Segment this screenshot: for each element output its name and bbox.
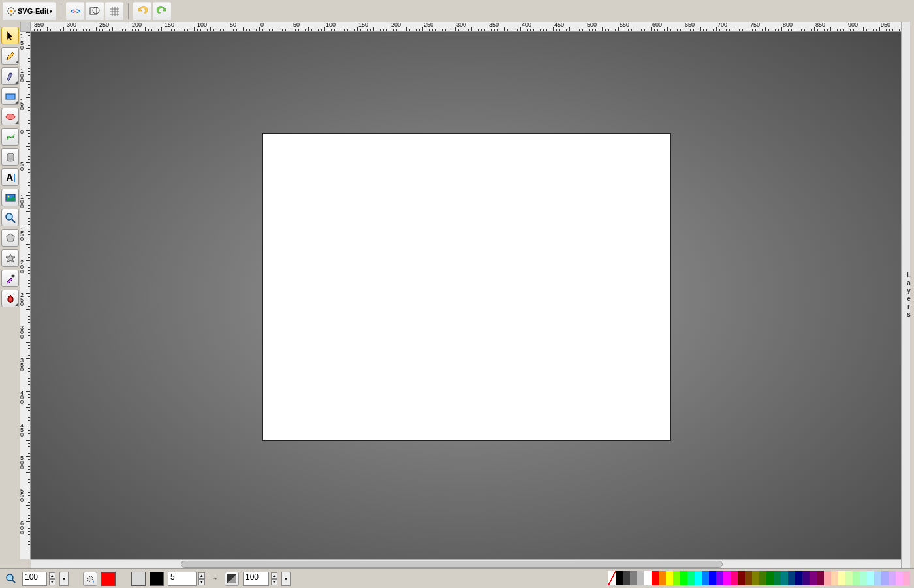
scrollbar-thumb[interactable] — [181, 561, 723, 568]
vertical-ruler[interactable]: -150-100-5005010015020025030035040045050… — [20, 32, 31, 559]
svg-rect-32 — [11, 274, 15, 278]
svg-point-35 — [7, 574, 13, 581]
pencil-tool[interactable] — [1, 47, 19, 65]
palette-swatch[interactable] — [745, 571, 752, 585]
ruler-corner[interactable] — [20, 22, 31, 32]
palette-swatch[interactable] — [673, 571, 680, 585]
stroke-color-swatch[interactable] — [150, 572, 164, 586]
layers-panel-tab[interactable]: L a y e r s — [905, 271, 913, 318]
zoom-tool[interactable] — [1, 209, 19, 226]
zoom-icon-button[interactable] — [4, 572, 18, 586]
palette-swatch[interactable] — [630, 571, 637, 585]
path-tool[interactable] — [1, 128, 19, 146]
rect-tool[interactable] — [1, 87, 19, 105]
palette-swatch[interactable] — [881, 571, 889, 585]
shapelib-tool[interactable] — [1, 290, 19, 307]
spin-down[interactable]: ▾ — [198, 579, 205, 585]
palette-swatch[interactable] — [644, 571, 652, 585]
svg-rect-21 — [6, 94, 15, 99]
opacity-spinner[interactable]: ▴▾ — [271, 572, 277, 585]
palette-swatch[interactable] — [831, 571, 838, 585]
horizontal-ruler[interactable]: -350-300-250-200-150-100-500501001502002… — [31, 22, 901, 32]
spin-up[interactable]: ▴ — [271, 572, 277, 579]
palette-swatch[interactable] — [802, 571, 810, 585]
grid-button[interactable] — [105, 2, 123, 20]
pen-tool[interactable] — [1, 67, 19, 85]
palette-swatch[interactable] — [608, 571, 616, 585]
palette-swatch[interactable] — [874, 571, 881, 585]
ellipse-tool[interactable] — [1, 108, 19, 125]
spin-up[interactable]: ▴ — [49, 572, 55, 579]
palette-swatch[interactable] — [716, 571, 723, 585]
ruler-h-label: 150 — [358, 22, 368, 28]
palette-swatch[interactable] — [695, 571, 702, 585]
spin-down[interactable]: ▾ — [271, 579, 277, 585]
fill-color-swatch[interactable] — [101, 572, 116, 586]
palette-swatch[interactable] — [723, 571, 731, 585]
ellipse-icon — [5, 111, 16, 123]
palette-swatch[interactable] — [824, 571, 831, 585]
spin-down[interactable]: ▾ — [49, 579, 55, 585]
palette-swatch[interactable] — [652, 571, 659, 585]
palette-swatch[interactable] — [659, 571, 666, 585]
palette-swatch[interactable] — [795, 571, 802, 585]
zoom-spinner[interactable]: ▴▾ — [49, 572, 55, 585]
palette-swatch[interactable] — [845, 571, 853, 585]
zoom-input[interactable]: 100 — [22, 572, 47, 586]
canvas-page[interactable] — [262, 133, 671, 441]
palette-swatch[interactable] — [867, 571, 874, 585]
horizontal-scrollbar[interactable] — [31, 559, 901, 568]
opacity-dropdown[interactable]: ▾ — [281, 572, 291, 586]
wireframe-button[interactable] — [86, 2, 104, 20]
palette-swatch[interactable] — [738, 571, 745, 585]
eyedropper-tool[interactable] — [1, 270, 19, 287]
palette-swatch[interactable] — [752, 571, 759, 585]
palette-swatch[interactable] — [623, 571, 630, 585]
palette-swatch[interactable] — [687, 571, 695, 585]
main-menu-button[interactable]: SVG-Edit — [3, 2, 56, 20]
palette-swatch[interactable] — [838, 571, 845, 585]
spin-up[interactable]: ▴ — [198, 572, 205, 579]
cylinder-tool[interactable] — [1, 148, 19, 166]
edit-source-button[interactable]: <s> — [66, 2, 84, 20]
palette-swatch[interactable] — [889, 571, 896, 585]
redo-button[interactable] — [153, 2, 171, 20]
palette-swatch[interactable] — [637, 571, 644, 585]
palette-swatch[interactable] — [702, 571, 709, 585]
main-menu-group: SVG-Edit — [3, 2, 56, 20]
palette-swatch[interactable] — [774, 571, 781, 585]
source-group: <s> — [66, 2, 123, 20]
zoom-dropdown[interactable]: ▾ — [59, 572, 69, 586]
palette-swatch[interactable] — [817, 571, 824, 585]
palette-swatch[interactable] — [903, 571, 910, 585]
separator — [61, 3, 61, 19]
palette-swatch[interactable] — [759, 571, 766, 585]
stroke-bg-swatch[interactable] — [131, 572, 146, 586]
palette-swatch[interactable] — [810, 571, 817, 585]
stroke-style-button[interactable] — [225, 572, 239, 586]
palette-swatch[interactable] — [860, 571, 867, 585]
polygon-tool[interactable] — [1, 229, 19, 247]
palette-swatch[interactable] — [616, 571, 623, 585]
palette-swatch[interactable] — [731, 571, 738, 585]
canvas-viewport[interactable] — [31, 32, 901, 559]
palette-swatch[interactable] — [853, 571, 860, 585]
select-tool[interactable] — [1, 27, 19, 44]
star-tool[interactable] — [1, 249, 19, 267]
stroke-width-spinner[interactable]: ▴▾ — [198, 572, 205, 585]
opacity-input[interactable]: 100 — [243, 572, 269, 586]
palette-swatch[interactable] — [781, 571, 788, 585]
palette-swatch[interactable] — [666, 571, 673, 585]
palette-swatch[interactable] — [788, 571, 795, 585]
text-tool[interactable]: A — [1, 168, 19, 186]
palette-swatch[interactable] — [680, 571, 687, 585]
wireframe-icon — [89, 5, 101, 17]
cylinder-icon — [5, 151, 16, 163]
undo-button[interactable] — [133, 2, 151, 20]
fill-tool-button[interactable] — [83, 572, 97, 586]
palette-swatch[interactable] — [766, 571, 774, 585]
palette-swatch[interactable] — [709, 571, 716, 585]
image-tool[interactable] — [1, 189, 19, 206]
stroke-width-input[interactable]: 5 — [168, 572, 197, 586]
palette-swatch[interactable] — [896, 571, 903, 585]
